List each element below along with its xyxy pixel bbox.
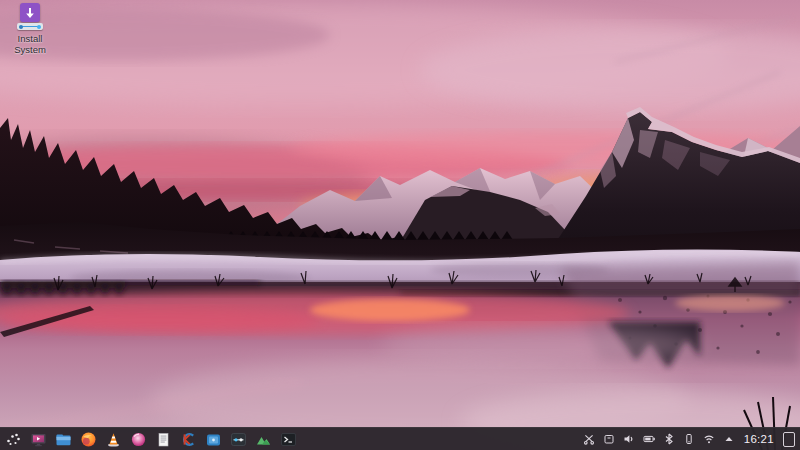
wallpaper [0,0,800,450]
settings-slider-icon[interactable] [230,431,247,448]
terminal-icon[interactable] [280,431,297,448]
firefox-icon[interactable] [80,431,97,448]
clipboard-manager-icon[interactable] [583,433,596,446]
file-manager-folder-icon[interactable] [55,431,72,448]
install-arrow-icon [20,3,40,22]
install-system-label: Install System [14,33,46,55]
taskbar-panel: 16:21 [0,427,800,450]
battery-icon[interactable] [643,433,656,446]
calligra-icon[interactable] [180,431,197,448]
software-box-icon[interactable] [205,431,222,448]
show-desktop-button[interactable] [783,432,795,447]
system-tray [583,433,736,446]
wifi-icon[interactable] [703,433,716,446]
expand-tray-icon[interactable] [723,433,736,446]
image-viewer-icon[interactable] [255,431,272,448]
portable-device-icon[interactable] [683,433,696,446]
desktop: Install System [0,0,800,450]
volume-icon[interactable] [623,433,636,446]
document-viewer-icon[interactable] [155,431,172,448]
bluetooth-icon[interactable] [663,433,676,446]
media-disc-icon[interactable] [130,431,147,448]
install-system-shortcut[interactable]: Install System [4,3,56,55]
installer-slider-icon [17,23,43,30]
lake-water [0,262,800,450]
vlc-icon[interactable] [105,431,122,448]
live-installer-display-icon[interactable] [30,431,47,448]
app-launcher-icon[interactable] [5,431,22,448]
clock[interactable]: 16:21 [744,433,774,445]
device-notifier-icon[interactable] [603,433,616,446]
taskbar-launchers [5,431,297,448]
